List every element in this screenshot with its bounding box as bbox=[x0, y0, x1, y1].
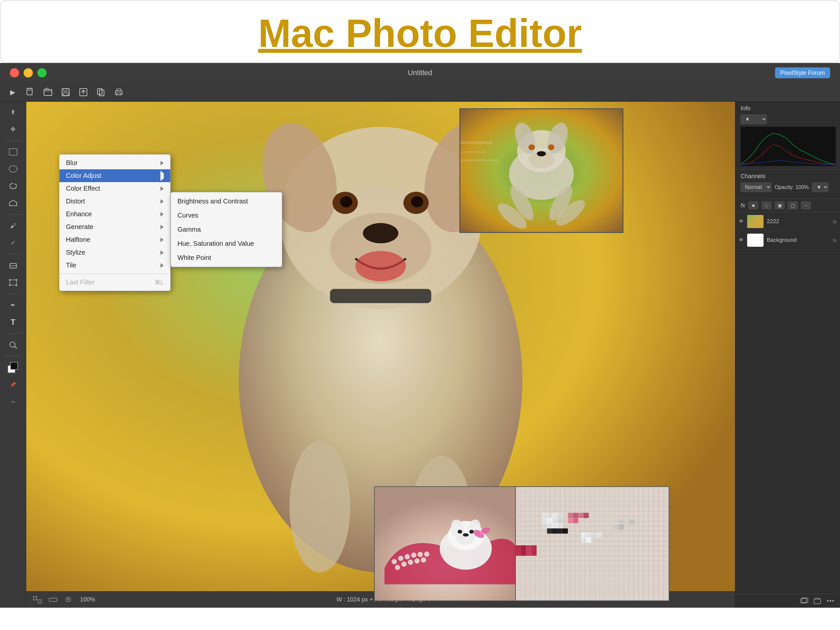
pen-tool[interactable]: ✒ bbox=[5, 298, 22, 313]
mask-btn[interactable]: □ bbox=[761, 202, 771, 209]
svg-point-60 bbox=[398, 556, 403, 561]
blend-mode-row: Normal Multiply Screen Overlay Opacity: … bbox=[741, 182, 835, 192]
blend-mode-select[interactable]: Normal Multiply Screen Overlay bbox=[741, 182, 771, 192]
white-point-item[interactable]: White Point bbox=[171, 251, 282, 265]
print-doc-icon[interactable] bbox=[113, 86, 125, 98]
close-button[interactable] bbox=[10, 68, 19, 77]
svg-point-20 bbox=[16, 284, 17, 286]
move-tool[interactable]: ✥ bbox=[5, 122, 22, 136]
save-doc-icon[interactable] bbox=[60, 86, 71, 98]
arrow-select-tool[interactable]: ⬆ bbox=[5, 105, 22, 120]
eraser-tool[interactable] bbox=[5, 258, 22, 273]
blur-menu-item[interactable]: Blur bbox=[59, 156, 170, 169]
svg-point-139 bbox=[827, 600, 829, 602]
color-effect-arrow bbox=[161, 186, 164, 191]
svg-line-22 bbox=[14, 346, 17, 348]
delete-layer-icon[interactable] bbox=[813, 597, 822, 605]
transform-tool[interactable] bbox=[5, 275, 22, 290]
last-filter-menu-item: Last Filter ⌘L bbox=[59, 276, 170, 289]
channels-label: Channels bbox=[741, 173, 835, 180]
color-adjust-label: Color Adjust bbox=[66, 172, 101, 180]
tile-menu-item[interactable]: Tile bbox=[59, 259, 170, 272]
add-layer-btn[interactable]: ■ bbox=[748, 202, 758, 209]
layer-fx-2222: fx bbox=[833, 219, 837, 224]
last-filter-section: Last Filter ⌘L bbox=[59, 274, 170, 291]
layer-effects-row: fx ■ □ ▣ ▢ − bbox=[735, 199, 840, 212]
svg-point-77 bbox=[469, 530, 474, 534]
svg-point-49 bbox=[528, 144, 535, 150]
blur-arrow bbox=[161, 161, 164, 165]
brightness-contrast-item[interactable]: Brightness and Contrast bbox=[171, 194, 282, 208]
layer-visibility-bg[interactable]: 👁 bbox=[739, 237, 744, 243]
page-title-link[interactable]: Mac Photo Editor bbox=[258, 11, 582, 55]
histogram bbox=[741, 127, 836, 166]
distort-arrow bbox=[161, 199, 164, 204]
hue-saturation-item[interactable]: Hue, Saturation and Value bbox=[171, 237, 282, 251]
layer-visibility-2222[interactable]: 👁 bbox=[739, 218, 744, 224]
info-dropdown[interactable]: ▼ bbox=[741, 115, 767, 124]
gamma-item[interactable]: Gamma bbox=[171, 223, 282, 237]
arrow-tool-icon[interactable]: ▶ bbox=[6, 86, 18, 98]
svg-point-36 bbox=[340, 196, 352, 207]
export-doc-icon[interactable] bbox=[95, 86, 107, 98]
svg-point-48 bbox=[537, 151, 546, 156]
share-doc-icon[interactable] bbox=[77, 86, 89, 98]
context-menu: Blur Color Adjust Color Effect bbox=[59, 154, 171, 291]
layer-item-background[interactable]: 👁 Background fx bbox=[735, 231, 840, 250]
color-effect-menu-item[interactable]: Color Effect bbox=[59, 182, 170, 195]
enhance-arrow bbox=[161, 212, 164, 216]
tool-separator-5 bbox=[5, 333, 21, 334]
opacity-dropdown[interactable]: ▼ bbox=[812, 182, 829, 192]
tool-separator-3 bbox=[5, 254, 21, 254]
enhance-menu-item[interactable]: Enhance bbox=[59, 208, 170, 221]
filter-menu-section: Blur Color Adjust Color Effect bbox=[59, 155, 170, 274]
new-layer-icon[interactable] bbox=[800, 597, 808, 605]
svg-point-80 bbox=[479, 531, 483, 535]
new-doc-icon[interactable] bbox=[24, 86, 36, 98]
open-doc-icon[interactable] bbox=[42, 86, 54, 98]
circle-marquee-tool[interactable] bbox=[5, 162, 22, 176]
paint-brush-tool[interactable]: 🖌 bbox=[5, 218, 22, 233]
generate-label: Generate bbox=[66, 223, 93, 231]
history-brush-tool[interactable]: ↔ bbox=[5, 395, 22, 409]
halftone-menu-item[interactable]: Halftone bbox=[59, 233, 170, 246]
curves-item[interactable]: Curves bbox=[171, 208, 282, 223]
new-layer-btn[interactable]: − bbox=[801, 202, 811, 209]
window-title: Untitled bbox=[408, 69, 433, 77]
app-window: Untitled PixelStyle Forum ▶ ⬆ ✥ bbox=[0, 63, 840, 608]
foreground-color[interactable] bbox=[5, 360, 22, 375]
delete-layer-btn[interactable]: ▢ bbox=[788, 202, 798, 209]
color-adjust-submenu: Brightness and Contrast Curves Gamma Hue… bbox=[171, 192, 282, 267]
stylize-menu-item[interactable]: Stylize bbox=[59, 246, 170, 259]
minimize-button[interactable] bbox=[24, 68, 33, 77]
polygon-lasso-tool[interactable] bbox=[5, 196, 22, 210]
status-zoom: 100% bbox=[80, 596, 95, 603]
rect-marquee-tool[interactable] bbox=[5, 145, 22, 159]
stylize-label: Stylize bbox=[66, 249, 85, 256]
zoom-plus-icon[interactable] bbox=[64, 596, 74, 604]
generate-menu-item[interactable]: Generate bbox=[59, 221, 170, 233]
contract-icon bbox=[49, 596, 58, 604]
layers-panel: 👁 2222 fx 👁 Background fx bbox=[735, 212, 840, 594]
tile-label: Tile bbox=[66, 262, 76, 269]
layer-item-2222[interactable]: 👁 2222 fx bbox=[735, 212, 840, 231]
histogram-svg bbox=[741, 127, 836, 166]
layer-style-btn[interactable]: ▣ bbox=[775, 202, 785, 209]
svg-point-17 bbox=[9, 279, 11, 281]
svg-point-67 bbox=[408, 560, 413, 565]
lasso-tool[interactable] bbox=[5, 179, 22, 193]
color-adjust-menu-item[interactable]: Color Adjust bbox=[59, 169, 170, 182]
layer-options-icon[interactable] bbox=[826, 597, 835, 605]
svg-point-68 bbox=[414, 559, 420, 564]
stamp-tool[interactable]: 📌 bbox=[5, 377, 22, 392]
maximize-button[interactable] bbox=[38, 68, 47, 77]
clone-stamp-tool[interactable]: ✓ bbox=[5, 235, 22, 250]
svg-point-64 bbox=[424, 551, 429, 557]
photo-husky-top bbox=[459, 108, 624, 233]
text-tool[interactable]: T bbox=[5, 315, 22, 330]
opacity-text: Opacity: 100% bbox=[775, 185, 809, 190]
toolbar: ▶ bbox=[0, 83, 840, 102]
svg-point-38 bbox=[355, 251, 406, 281]
zoom-tool[interactable] bbox=[5, 338, 22, 352]
distort-menu-item[interactable]: Distort bbox=[59, 195, 170, 208]
